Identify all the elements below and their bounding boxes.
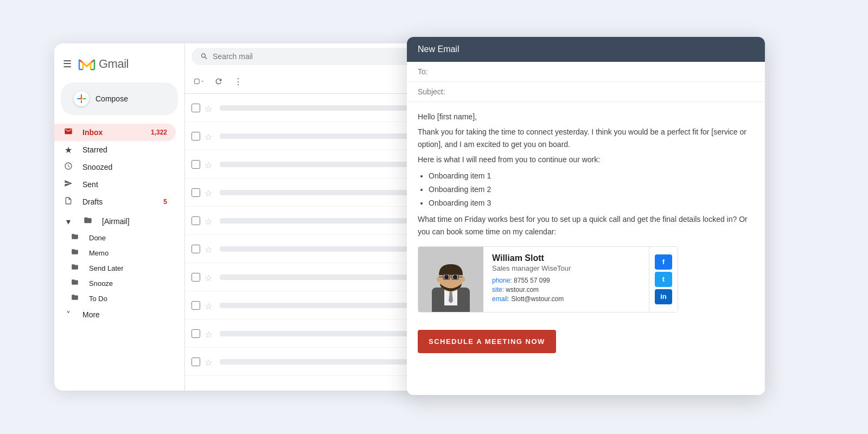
snoozed-icon — [63, 162, 74, 173]
email-checkbox[interactable] — [192, 329, 200, 338]
search-icon — [200, 52, 208, 61]
select-all-button[interactable] — [192, 74, 207, 89]
search-input[interactable] — [213, 52, 408, 61]
new-email-header: New Email — [407, 37, 765, 62]
more-chevron-icon: ˅ — [63, 310, 74, 320]
email-content-bar — [220, 275, 417, 280]
cta-shadow — [420, 356, 554, 360]
star-icon[interactable]: ☆ — [205, 245, 213, 253]
email-row[interactable]: ☆ — [185, 291, 423, 320]
email-checkbox[interactable] — [192, 160, 200, 169]
email-content-bar — [220, 133, 417, 139]
facebook-icon: f — [662, 258, 665, 266]
star-icon[interactable]: ☆ — [205, 329, 213, 338]
new-email-window: New Email To: Subject: Hello [first name… — [407, 37, 765, 395]
sidebar-item-sent[interactable]: Sent — [54, 176, 176, 193]
schedule-meeting-button[interactable]: SCHEDULE A MEETING NOW — [418, 330, 556, 353]
email-closing: What time on Friday works best for you t… — [418, 213, 754, 238]
snooze-label: Snooze — [89, 279, 167, 288]
email-value: Slott@wstour.com — [511, 295, 564, 303]
email-checkbox[interactable] — [192, 273, 200, 282]
email-row[interactable]: ☆ — [185, 94, 423, 122]
gmail-sidebar: ☰ — [54, 43, 184, 391]
airmail-folder-icon — [82, 216, 93, 227]
avatar-svg — [418, 247, 483, 312]
email-checkbox[interactable] — [192, 245, 200, 253]
sidebar-item-send-later[interactable]: Send Later — [63, 260, 176, 276]
email-row[interactable]: ☆ — [185, 122, 423, 150]
star-icon[interactable]: ☆ — [205, 188, 213, 197]
refresh-button[interactable] — [211, 74, 226, 89]
sidebar-item-snooze[interactable]: Snooze — [63, 276, 176, 291]
email-checkbox[interactable] — [192, 188, 200, 197]
signature-info: William Slott Sales manager WiseTour pho… — [483, 247, 649, 312]
sig-social: f t in — [649, 247, 678, 312]
todo-folder-icon — [69, 293, 80, 303]
sidebar-item-memo[interactable]: Memo — [63, 245, 176, 260]
todo-label: To Do — [89, 295, 167, 303]
sidebar-item-drafts[interactable]: Drafts 5 — [54, 193, 176, 210]
email-label: email: — [492, 295, 509, 303]
star-icon[interactable]: ☆ — [205, 273, 213, 282]
sidebar-item-starred[interactable]: ★ Starred — [54, 141, 176, 158]
email-intro: Thank you for taking the time to connect… — [418, 126, 754, 150]
email-content-bar — [220, 105, 417, 111]
email-row[interactable]: ☆ — [185, 320, 423, 348]
star-icon[interactable]: ☆ — [205, 132, 213, 141]
star-icon[interactable]: ☆ — [205, 216, 213, 225]
email-checkbox[interactable] — [192, 358, 200, 366]
done-label: Done — [89, 234, 167, 242]
sidebar-item-airmail[interactable]: ▾ [Airmail] — [54, 213, 176, 230]
email-content-bar — [220, 218, 417, 224]
email-row[interactable]: ☆ — [185, 207, 423, 235]
gmail-inner: ☰ — [54, 43, 423, 391]
star-icon[interactable]: ☆ — [205, 358, 213, 366]
facebook-button[interactable]: f — [655, 254, 672, 270]
compose-plus-icon — [74, 91, 89, 106]
gmail-logo: Gmail — [77, 54, 129, 74]
hamburger-icon[interactable]: ☰ — [63, 58, 72, 70]
email-row[interactable]: ☆ — [185, 235, 423, 263]
drafts-badge: 5 — [163, 198, 167, 206]
drafts-icon — [63, 196, 74, 207]
onboarding-item-2: Onboarding item 2 — [429, 183, 754, 196]
snoozed-label: Snoozed — [82, 163, 167, 171]
twitter-button[interactable]: t — [655, 272, 672, 287]
new-email-body[interactable]: Hello [first name], Thank you for taking… — [407, 102, 765, 395]
star-icon[interactable]: ☆ — [205, 104, 213, 112]
email-row[interactable]: ☆ — [185, 150, 423, 178]
inbox-badge: 1,322 — [151, 129, 167, 136]
email-row[interactable]: ☆ — [185, 348, 423, 376]
email-checkbox[interactable] — [192, 104, 200, 112]
linkedin-icon: in — [660, 292, 667, 301]
compose-button[interactable]: Compose — [61, 82, 178, 115]
star-icon[interactable]: ☆ — [205, 160, 213, 169]
gmail-window: ☰ — [54, 43, 423, 391]
sig-phone: phone: 8755 57 099 — [492, 277, 640, 284]
more-label: More — [82, 310, 167, 319]
sidebar-item-todo[interactable]: To Do — [63, 291, 176, 306]
to-input[interactable] — [455, 67, 754, 76]
gmail-email-list: ⋮ ☆ ☆ ☆ ☆ ☆ ☆ ☆ ☆ ☆ ☆ — [184, 43, 423, 391]
onboarding-list: Onboarding item 1 Onboarding item 2 Onbo… — [418, 169, 754, 210]
email-checkbox[interactable] — [192, 216, 200, 225]
new-email-title: New Email — [418, 44, 459, 54]
subject-input[interactable] — [455, 87, 754, 96]
search-bar[interactable] — [192, 48, 417, 65]
sidebar-item-done[interactable]: Done — [63, 230, 176, 245]
sidebar-item-snoozed[interactable]: Snoozed — [54, 158, 176, 176]
more-options-button[interactable]: ⋮ — [231, 74, 246, 89]
memo-folder-icon — [69, 248, 80, 258]
star-icon[interactable]: ☆ — [205, 301, 213, 310]
linkedin-button[interactable]: in — [655, 289, 672, 304]
email-checkbox[interactable] — [192, 132, 200, 141]
email-checkbox[interactable] — [192, 301, 200, 310]
send-later-label: Send Later — [89, 264, 167, 272]
memo-label: Memo — [89, 249, 167, 257]
sidebar-item-inbox[interactable]: Inbox 1,322 — [54, 124, 176, 141]
airmail-subitems: Done Memo Send Later — [54, 230, 184, 306]
sidebar-item-more[interactable]: ˅ More — [54, 306, 176, 323]
email-row[interactable]: ☆ — [185, 263, 423, 291]
email-row[interactable]: ☆ — [185, 178, 423, 207]
gmail-logo-icon — [77, 54, 97, 74]
